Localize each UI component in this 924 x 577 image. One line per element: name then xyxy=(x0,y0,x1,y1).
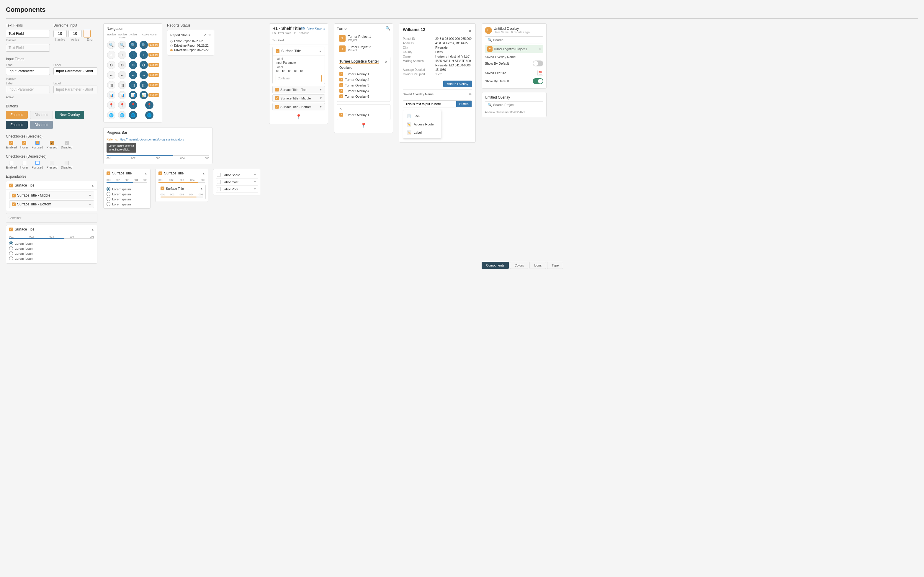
nav-pin-inactive[interactable]: 📍 xyxy=(107,101,115,109)
cbd-hover-box[interactable] xyxy=(22,161,26,165)
ewp-1-radio-dot-1[interactable] xyxy=(106,187,110,191)
nav-plus-inactive[interactable]: + xyxy=(107,51,115,59)
shelf-sub-middle-header[interactable]: ✓ Surface Title - Middle ▼ xyxy=(273,95,325,102)
ewp-2-header[interactable]: ✓ Surface Title ▲ xyxy=(156,169,208,177)
cbd-pressed-box[interactable] xyxy=(50,161,54,165)
ctx-access-route[interactable]: ✏️ Access Route xyxy=(403,120,441,128)
nav-globe-inactive-hover[interactable]: 🌐 xyxy=(118,111,126,119)
nav-chart-active[interactable]: 📊 xyxy=(129,91,137,99)
ctx-label[interactable]: 🏷️ Label xyxy=(403,128,441,137)
ov-check-2[interactable]: ✓ xyxy=(340,77,343,81)
enabled-button[interactable]: Enabled xyxy=(6,111,28,119)
parcel-close[interactable]: ✕ xyxy=(468,29,472,33)
nav-search-inactive-hover[interactable]: 🔍 xyxy=(118,41,126,49)
radio-dot-4[interactable] xyxy=(9,256,13,260)
progress-link[interactable]: https://material.io/components/progress-… xyxy=(119,138,184,141)
reports-expand-icon[interactable]: ⤢ xyxy=(203,33,206,37)
ewp-1-radio-dot-4[interactable] xyxy=(106,202,110,206)
if-input-2[interactable] xyxy=(53,67,97,75)
nav-search-active-hover[interactable]: 🔍 xyxy=(140,41,148,49)
cbd-enabled-box[interactable] xyxy=(9,161,13,165)
shelf-sub-bottom-header[interactable]: ✓ Surface Title - Bottom ▼ xyxy=(273,103,325,110)
radio-dot-3[interactable] xyxy=(9,251,13,255)
cb-enabled-box[interactable]: ✓ xyxy=(9,141,13,145)
ov-check-5[interactable]: ✓ xyxy=(340,94,343,98)
reports-close-icon[interactable]: ✕ xyxy=(208,33,211,37)
ewp-1-header[interactable]: ✓ Surface Title ▲ xyxy=(104,169,150,177)
toggle-off[interactable] xyxy=(533,61,543,66)
filter-item-2[interactable]: Labor Cost ▼ xyxy=(216,179,258,185)
nav-filter-active[interactable]: ⚙ xyxy=(129,61,137,69)
ewp-1-radio-dot-2[interactable] xyxy=(106,192,110,196)
ewp-header[interactable]: ✓ Surface Title ▲ xyxy=(6,225,97,234)
nav-chart-inactive-hover[interactable]: 📊 xyxy=(118,91,126,99)
exp-sub-bottom-header[interactable]: ✓ Surface Title - Bottom ▼ xyxy=(10,201,94,208)
shelf-sub-top-header[interactable]: ✓ Surface Title - Top ▼ xyxy=(273,86,325,93)
shelf-view-reports[interactable]: H5 - View Reports xyxy=(301,27,325,30)
nav-chart-inactive[interactable]: 📊 xyxy=(107,91,115,99)
turner-search-icon[interactable]: 🔍 xyxy=(385,26,390,31)
ov-check-1[interactable]: ✓ xyxy=(340,72,343,76)
tab-type[interactable]: Type xyxy=(547,262,563,269)
nav-search-active[interactable]: 🔍 xyxy=(129,41,137,49)
turner-project-2[interactable]: T Turner Project 2 Project xyxy=(337,44,390,54)
nav-globe-active-hover[interactable]: 🌐 xyxy=(145,111,153,119)
turner-project-1[interactable]: T Turner Project 1 Project xyxy=(337,33,390,44)
cbd-focused-box[interactable] xyxy=(35,161,40,165)
nav-layers-inactive[interactable]: ◫ xyxy=(107,81,115,89)
shelf-exp-header[interactable]: ✓ Surface Title ▲ xyxy=(273,47,325,55)
text-field-inactive[interactable] xyxy=(6,44,50,52)
cb-focused-box[interactable]: ✓ xyxy=(35,141,40,145)
text-field-input[interactable] xyxy=(6,30,50,37)
single-ov-check[interactable]: ✓ xyxy=(340,113,343,116)
ov-check-4[interactable]: ✓ xyxy=(340,89,343,93)
dt-input-inactive[interactable] xyxy=(53,30,67,37)
nav-globe-inactive[interactable]: 🌐 xyxy=(107,111,115,119)
nav-layers-active[interactable]: ◫ xyxy=(129,81,137,89)
nav-pin-active-hover[interactable]: 📍 xyxy=(145,101,153,109)
cb-pressed-box[interactable]: ✓ xyxy=(50,141,54,145)
single-overlay-close-top[interactable]: ✕ xyxy=(340,107,342,111)
nav-search-inactive[interactable]: 🔍 xyxy=(107,41,115,49)
search-project-input[interactable] xyxy=(493,103,541,106)
ewp-1-radio-dot-3[interactable] xyxy=(106,197,110,201)
up-search-input[interactable] xyxy=(493,38,541,42)
nav-globe-active[interactable]: 🌐 xyxy=(129,111,137,119)
edit-icon[interactable]: ✏ xyxy=(469,92,472,96)
dt-input-active[interactable] xyxy=(68,30,82,37)
nav-arrows-active[interactable]: ↔ xyxy=(129,71,137,79)
nav-plus-active-hover[interactable]: + xyxy=(140,51,148,59)
nav-arrows-inactive[interactable]: ↔ xyxy=(107,71,115,79)
turner-logistics-close[interactable]: ✕ xyxy=(385,60,388,64)
nav-arrows-inactive-hover[interactable]: ↔ xyxy=(118,71,126,79)
toggle-on[interactable] xyxy=(533,78,543,84)
filter-item-1[interactable]: Labor Score ▼ xyxy=(216,171,258,179)
tab-components[interactable]: Components xyxy=(481,262,509,269)
nav-filter-inactive[interactable]: ⚙ xyxy=(107,61,115,69)
nav-pin-active[interactable]: 📍 xyxy=(129,101,137,109)
nav-chart-active-hover[interactable]: 📊 xyxy=(140,91,148,99)
nav-arrows-active-hover[interactable]: ↔ xyxy=(140,71,148,79)
filter-item-3[interactable]: Labor Pool ▼ xyxy=(216,185,258,193)
if-inactive-input-1[interactable] xyxy=(6,85,50,93)
nav-plus-active[interactable]: + xyxy=(129,51,137,59)
new-overlay-button[interactable]: New Overlay xyxy=(55,111,84,119)
expandable-1-header[interactable]: ✓ Surface Title ▲ xyxy=(6,181,97,190)
tab-icons[interactable]: Icons xyxy=(530,262,546,269)
nav-plus-inactive-hover[interactable]: + xyxy=(118,51,126,59)
ewp-2-nested-header[interactable]: ✓ Surface Title ▲ xyxy=(158,185,205,192)
radio-dot-2[interactable] xyxy=(9,247,13,250)
nav-pin-inactive-hover[interactable]: 📍 xyxy=(118,101,126,109)
exp-sub-middle-header[interactable]: ✓ Surface Title - Middle ▼ xyxy=(10,192,94,199)
radio-dot-1[interactable] xyxy=(9,242,13,245)
nav-filter-active-hover[interactable]: ⚙ xyxy=(140,61,148,69)
enabled-dark-button[interactable]: Enabled xyxy=(6,121,28,129)
nav-layers-inactive-hover[interactable]: ◫ xyxy=(118,81,126,89)
if-input-1[interactable] xyxy=(6,67,50,75)
nav-filter-inactive-hover[interactable]: ⚙ xyxy=(118,61,126,69)
add-to-overlay-btn[interactable]: Add to Overlay xyxy=(443,81,472,87)
nav-layers-active-hover[interactable]: ◫ xyxy=(140,81,148,89)
tab-colors[interactable]: Colors xyxy=(510,262,528,269)
project-tag-remove[interactable]: ✕ xyxy=(538,47,541,51)
ov-check-3[interactable]: ✓ xyxy=(340,83,343,87)
